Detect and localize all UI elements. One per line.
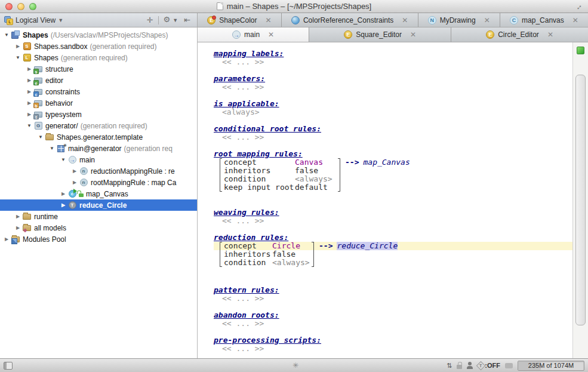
close-icon[interactable]: ✕ bbox=[572, 16, 578, 24]
tree-item-Shapes[interactable]: ▼LShapes(generation required) bbox=[0, 52, 197, 63]
expand-arrow-icon[interactable]: ▶ bbox=[25, 100, 33, 106]
view-selector[interactable]: Logical View bbox=[16, 16, 56, 24]
collapse-arrow-icon[interactable]: ▼ bbox=[36, 134, 45, 140]
rule-value[interactable]: false bbox=[295, 167, 338, 175]
section-title[interactable]: conditional root rules: bbox=[214, 125, 572, 133]
tab-Circle_Editor[interactable]: ECircle_Editor✕ bbox=[451, 27, 588, 42]
memory-indicator[interactable]: 235M of 1074M bbox=[518, 361, 584, 371]
section-title[interactable]: mapping labels: bbox=[214, 50, 572, 58]
tab-Square_Editor[interactable]: ESquare_Editor✕ bbox=[309, 27, 451, 42]
tab-map_Canvas[interactable]: Cmap_Canvas✕ bbox=[500, 13, 588, 27]
rule-row-keep-input-root[interactable]: keep input rootdefault bbox=[214, 183, 572, 192]
collapse-arrow-icon[interactable]: ▼ bbox=[59, 157, 67, 162]
toggle-toolwindows-icon[interactable] bbox=[4, 362, 13, 370]
tree-item-typesystem[interactable]: ▶ttypesystem bbox=[0, 109, 197, 120]
hide-panel-icon[interactable]: ⇤ bbox=[181, 14, 193, 26]
expand-arrow-icon[interactable]: ▶ bbox=[59, 191, 67, 196]
placeholder-cell[interactable]: << ... >> bbox=[214, 345, 572, 353]
tab-ColorReference_Constraints[interactable]: ColorReference_Constraints✕ bbox=[282, 13, 418, 27]
expand-arrow-icon[interactable]: ▶ bbox=[14, 214, 22, 219]
rule-value[interactable]: Circle bbox=[272, 242, 312, 250]
chevron-down-icon[interactable]: ▼ bbox=[58, 17, 63, 23]
tree-item-Shapes[interactable]: ▼Shapes(/Users/vaclav/MPSProjects/Shapes… bbox=[0, 29, 197, 41]
close-icon[interactable]: ✕ bbox=[547, 30, 553, 39]
expand-arrow-icon[interactable]: ▶ bbox=[14, 225, 22, 230]
rule-target[interactable]: reduce_Circle bbox=[337, 242, 398, 250]
close-icon[interactable]: ✕ bbox=[266, 16, 272, 24]
tree-item-Modules-Pool[interactable]: ▶Modules Pool bbox=[0, 233, 197, 245]
expand-arrow-icon[interactable]: ▶ bbox=[25, 89, 33, 94]
section-title[interactable]: reduction rules: bbox=[214, 233, 572, 242]
expand-arrow-icon[interactable]: ▶ bbox=[59, 202, 67, 208]
rule-row-condition[interactable]: condition<always> bbox=[214, 175, 572, 183]
rule-row-inheritors[interactable]: inheritorsfalse bbox=[214, 250, 572, 259]
close-icon[interactable]: ✕ bbox=[484, 16, 490, 24]
tab-main[interactable]: →main✕ bbox=[198, 27, 309, 42]
rule-row-concept[interactable]: conceptCanvas-->map_Canvas bbox=[214, 158, 572, 167]
editor-scrollbar-track[interactable] bbox=[572, 42, 588, 358]
rule-value[interactable]: false bbox=[272, 250, 312, 259]
section-title[interactable]: root mapping rules: bbox=[214, 150, 572, 158]
mapping-configuration-editor[interactable]: mapping labels:<< ... >>parameters:<< ..… bbox=[198, 42, 572, 358]
section-title[interactable]: parameters: bbox=[214, 75, 572, 83]
tree-item-generator-[interactable]: ▼Ggenerator/(generation required) bbox=[0, 120, 197, 131]
placeholder-cell[interactable]: << ... >> bbox=[214, 58, 572, 66]
lock-icon[interactable] bbox=[457, 365, 462, 369]
collapse-arrow-icon[interactable]: ▼ bbox=[2, 32, 11, 38]
expand-arrow-icon[interactable]: ▶ bbox=[70, 180, 79, 185]
tree-item-constraints[interactable]: ▶cconstraints bbox=[0, 86, 197, 97]
tree-item-Shapes-sandbox[interactable]: ▶SShapes.sandbox(generation required) bbox=[0, 41, 197, 52]
placeholder-cell[interactable]: <always> bbox=[214, 108, 572, 116]
rule-value[interactable]: <always> bbox=[295, 175, 338, 183]
placeholder-cell[interactable]: << ... >> bbox=[214, 217, 572, 225]
collapse-arrow-icon[interactable]: ▼ bbox=[25, 123, 33, 128]
rule-target[interactable]: map_Canvas bbox=[363, 158, 410, 167]
background-tasks-icon[interactable]: ✳ bbox=[293, 361, 298, 370]
section-title[interactable]: pre-processing scripts: bbox=[214, 336, 572, 345]
tree-item-reductionMappingRule-re[interactable]: ▶nreductionMappingRule : re bbox=[0, 165, 197, 177]
placeholder-cell[interactable]: << ... >> bbox=[214, 83, 572, 91]
close-icon[interactable]: ✕ bbox=[268, 30, 274, 39]
expand-arrow-icon[interactable]: ▶ bbox=[70, 168, 79, 174]
section-title[interactable]: weaving rules: bbox=[214, 208, 572, 217]
rule-row-concept[interactable]: conceptCircle-->reduce_Circle bbox=[214, 242, 572, 250]
rule-value[interactable]: <always> bbox=[272, 259, 312, 267]
expand-arrow-icon[interactable]: ▶ bbox=[2, 236, 11, 242]
hector-inspector-icon[interactable] bbox=[467, 362, 473, 369]
expand-arrow-icon[interactable]: ▶ bbox=[25, 78, 33, 83]
tree-item-structure[interactable]: ▶sstructure bbox=[0, 63, 197, 75]
collapse-arrow-icon[interactable]: ▼ bbox=[14, 55, 22, 60]
tree-item-Shapes-generator-template[interactable]: ▼Shapes.generator.template bbox=[0, 131, 197, 143]
tree-item-behavior[interactable]: ▶bbehavior bbox=[0, 97, 197, 109]
tree-item-all-models[interactable]: ▶all models bbox=[0, 222, 197, 233]
expand-arrow-icon[interactable]: ▶ bbox=[25, 66, 33, 72]
collapse-arrow-icon[interactable]: ▼ bbox=[48, 146, 56, 151]
tree-item-main-generator[interactable]: ▼main@generator(generation req bbox=[0, 143, 197, 154]
scrollbar-thumb[interactable] bbox=[575, 75, 586, 325]
gear-icon[interactable]: ⚙▼ bbox=[161, 14, 181, 26]
tree-item-main[interactable]: ▼→main bbox=[0, 154, 197, 165]
section-title[interactable]: abandon roots: bbox=[214, 311, 572, 319]
rule-value[interactable]: Canvas bbox=[295, 158, 338, 167]
placeholder-cell[interactable]: << ... >> bbox=[214, 294, 572, 303]
placeholder-cell[interactable]: << ... >> bbox=[214, 319, 572, 328]
tree-item-editor[interactable]: ▶eeditor bbox=[0, 75, 197, 86]
placeholder-cell[interactable]: << ... >> bbox=[214, 133, 572, 142]
section-title[interactable]: is applicable: bbox=[214, 100, 572, 108]
rule-row-inheritors[interactable]: inheritorsfalse bbox=[214, 167, 572, 175]
typing-assist-indicator[interactable]: T :OFF bbox=[478, 362, 500, 369]
close-icon[interactable]: ✕ bbox=[410, 30, 416, 39]
expand-arrow-icon[interactable]: ▶ bbox=[25, 112, 33, 117]
tree-item-reduce_Circle[interactable]: ▶Treduce_Circle bbox=[0, 199, 197, 211]
tree-item-runtime[interactable]: ▶runtime bbox=[0, 211, 197, 222]
tab-MyDrawing[interactable]: NMyDrawing✕ bbox=[418, 13, 500, 27]
close-icon[interactable]: ✕ bbox=[402, 16, 408, 24]
statusbar-arrows-icon[interactable]: ⇅ bbox=[447, 362, 452, 370]
scroll-to-source-icon[interactable]: ✛ bbox=[144, 14, 156, 26]
tree-item-rootMappingRule-map-Ca[interactable]: ▶nrootMappingRule : map Ca bbox=[0, 177, 197, 188]
tab-ShapeColor[interactable]: EShapeColor✕ bbox=[198, 13, 282, 27]
tree-item-map_Canvas[interactable]: ▶cmap_Canvas bbox=[0, 188, 197, 199]
rule-value[interactable]: default bbox=[295, 183, 338, 192]
section-title[interactable]: pattern rules: bbox=[214, 286, 572, 294]
event-log-balloon-icon[interactable] bbox=[505, 363, 513, 368]
